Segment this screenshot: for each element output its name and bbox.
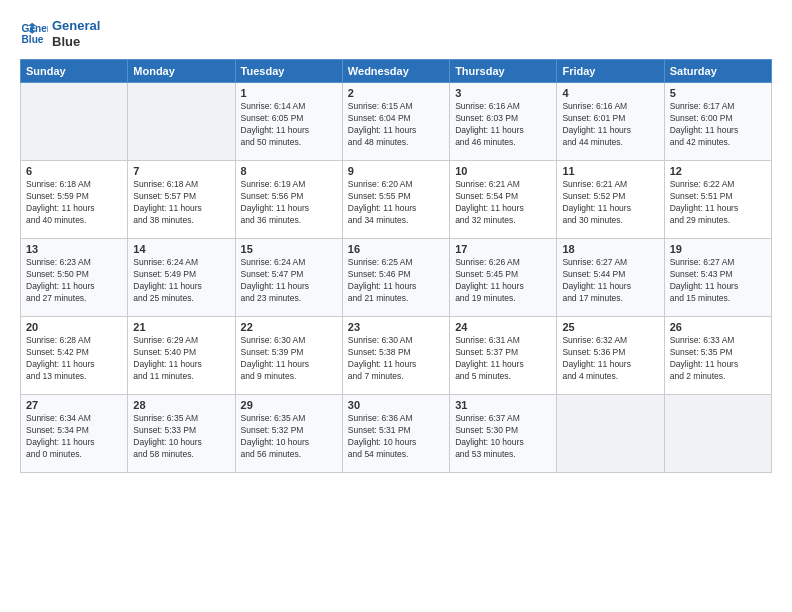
day-info: Sunrise: 6:21 AM Sunset: 5:52 PM Dayligh… <box>562 179 658 227</box>
day-info: Sunrise: 6:25 AM Sunset: 5:46 PM Dayligh… <box>348 257 444 305</box>
day-info: Sunrise: 6:21 AM Sunset: 5:54 PM Dayligh… <box>455 179 551 227</box>
calendar-cell: 23Sunrise: 6:30 AM Sunset: 5:38 PM Dayli… <box>342 317 449 395</box>
calendar-cell: 27Sunrise: 6:34 AM Sunset: 5:34 PM Dayli… <box>21 395 128 473</box>
day-number: 12 <box>670 165 766 177</box>
day-number: 21 <box>133 321 229 333</box>
week-row-3: 13Sunrise: 6:23 AM Sunset: 5:50 PM Dayli… <box>21 239 772 317</box>
calendar-cell: 18Sunrise: 6:27 AM Sunset: 5:44 PM Dayli… <box>557 239 664 317</box>
day-info: Sunrise: 6:30 AM Sunset: 5:39 PM Dayligh… <box>241 335 337 383</box>
day-number: 27 <box>26 399 122 411</box>
day-number: 14 <box>133 243 229 255</box>
calendar-cell: 8Sunrise: 6:19 AM Sunset: 5:56 PM Daylig… <box>235 161 342 239</box>
day-info: Sunrise: 6:37 AM Sunset: 5:30 PM Dayligh… <box>455 413 551 461</box>
calendar-cell: 31Sunrise: 6:37 AM Sunset: 5:30 PM Dayli… <box>450 395 557 473</box>
calendar-cell: 9Sunrise: 6:20 AM Sunset: 5:55 PM Daylig… <box>342 161 449 239</box>
day-number: 28 <box>133 399 229 411</box>
day-info: Sunrise: 6:33 AM Sunset: 5:35 PM Dayligh… <box>670 335 766 383</box>
day-info: Sunrise: 6:16 AM Sunset: 6:03 PM Dayligh… <box>455 101 551 149</box>
day-number: 26 <box>670 321 766 333</box>
calendar-cell: 29Sunrise: 6:35 AM Sunset: 5:32 PM Dayli… <box>235 395 342 473</box>
day-number: 10 <box>455 165 551 177</box>
calendar-cell: 30Sunrise: 6:36 AM Sunset: 5:31 PM Dayli… <box>342 395 449 473</box>
day-number: 30 <box>348 399 444 411</box>
day-info: Sunrise: 6:35 AM Sunset: 5:33 PM Dayligh… <box>133 413 229 461</box>
day-header-friday: Friday <box>557 60 664 83</box>
day-number: 5 <box>670 87 766 99</box>
calendar-cell: 14Sunrise: 6:24 AM Sunset: 5:49 PM Dayli… <box>128 239 235 317</box>
day-number: 16 <box>348 243 444 255</box>
week-row-5: 27Sunrise: 6:34 AM Sunset: 5:34 PM Dayli… <box>21 395 772 473</box>
logo: General Blue General Blue <box>20 18 100 49</box>
day-number: 31 <box>455 399 551 411</box>
day-number: 22 <box>241 321 337 333</box>
calendar-cell: 3Sunrise: 6:16 AM Sunset: 6:03 PM Daylig… <box>450 83 557 161</box>
day-header-tuesday: Tuesday <box>235 60 342 83</box>
day-number: 24 <box>455 321 551 333</box>
calendar-cell: 7Sunrise: 6:18 AM Sunset: 5:57 PM Daylig… <box>128 161 235 239</box>
day-number: 15 <box>241 243 337 255</box>
calendar-cell: 2Sunrise: 6:15 AM Sunset: 6:04 PM Daylig… <box>342 83 449 161</box>
week-row-1: 1Sunrise: 6:14 AM Sunset: 6:05 PM Daylig… <box>21 83 772 161</box>
day-info: Sunrise: 6:26 AM Sunset: 5:45 PM Dayligh… <box>455 257 551 305</box>
day-number: 25 <box>562 321 658 333</box>
calendar-cell: 15Sunrise: 6:24 AM Sunset: 5:47 PM Dayli… <box>235 239 342 317</box>
calendar-cell: 19Sunrise: 6:27 AM Sunset: 5:43 PM Dayli… <box>664 239 771 317</box>
day-header-wednesday: Wednesday <box>342 60 449 83</box>
calendar-cell: 4Sunrise: 6:16 AM Sunset: 6:01 PM Daylig… <box>557 83 664 161</box>
logo-icon: General Blue <box>20 20 48 48</box>
calendar-cell: 20Sunrise: 6:28 AM Sunset: 5:42 PM Dayli… <box>21 317 128 395</box>
day-info: Sunrise: 6:31 AM Sunset: 5:37 PM Dayligh… <box>455 335 551 383</box>
day-number: 20 <box>26 321 122 333</box>
day-info: Sunrise: 6:23 AM Sunset: 5:50 PM Dayligh… <box>26 257 122 305</box>
day-info: Sunrise: 6:24 AM Sunset: 5:49 PM Dayligh… <box>133 257 229 305</box>
calendar-cell: 24Sunrise: 6:31 AM Sunset: 5:37 PM Dayli… <box>450 317 557 395</box>
day-info: Sunrise: 6:32 AM Sunset: 5:36 PM Dayligh… <box>562 335 658 383</box>
day-header-sunday: Sunday <box>21 60 128 83</box>
day-info: Sunrise: 6:16 AM Sunset: 6:01 PM Dayligh… <box>562 101 658 149</box>
calendar-cell <box>128 83 235 161</box>
calendar-cell: 22Sunrise: 6:30 AM Sunset: 5:39 PM Dayli… <box>235 317 342 395</box>
day-info: Sunrise: 6:34 AM Sunset: 5:34 PM Dayligh… <box>26 413 122 461</box>
day-number: 11 <box>562 165 658 177</box>
day-number: 2 <box>348 87 444 99</box>
day-number: 13 <box>26 243 122 255</box>
calendar-cell: 16Sunrise: 6:25 AM Sunset: 5:46 PM Dayli… <box>342 239 449 317</box>
calendar-cell: 26Sunrise: 6:33 AM Sunset: 5:35 PM Dayli… <box>664 317 771 395</box>
day-info: Sunrise: 6:28 AM Sunset: 5:42 PM Dayligh… <box>26 335 122 383</box>
day-number: 23 <box>348 321 444 333</box>
day-info: Sunrise: 6:24 AM Sunset: 5:47 PM Dayligh… <box>241 257 337 305</box>
calendar-cell: 12Sunrise: 6:22 AM Sunset: 5:51 PM Dayli… <box>664 161 771 239</box>
day-number: 29 <box>241 399 337 411</box>
day-info: Sunrise: 6:15 AM Sunset: 6:04 PM Dayligh… <box>348 101 444 149</box>
day-header-monday: Monday <box>128 60 235 83</box>
day-info: Sunrise: 6:18 AM Sunset: 5:59 PM Dayligh… <box>26 179 122 227</box>
day-info: Sunrise: 6:36 AM Sunset: 5:31 PM Dayligh… <box>348 413 444 461</box>
calendar-cell <box>664 395 771 473</box>
calendar-cell: 5Sunrise: 6:17 AM Sunset: 6:00 PM Daylig… <box>664 83 771 161</box>
day-info: Sunrise: 6:19 AM Sunset: 5:56 PM Dayligh… <box>241 179 337 227</box>
calendar-cell: 6Sunrise: 6:18 AM Sunset: 5:59 PM Daylig… <box>21 161 128 239</box>
day-number: 8 <box>241 165 337 177</box>
day-info: Sunrise: 6:14 AM Sunset: 6:05 PM Dayligh… <box>241 101 337 149</box>
calendar-cell: 25Sunrise: 6:32 AM Sunset: 5:36 PM Dayli… <box>557 317 664 395</box>
logo-text: General Blue <box>52 18 100 49</box>
day-number: 1 <box>241 87 337 99</box>
day-number: 9 <box>348 165 444 177</box>
calendar-cell <box>557 395 664 473</box>
calendar-cell: 28Sunrise: 6:35 AM Sunset: 5:33 PM Dayli… <box>128 395 235 473</box>
calendar-cell: 11Sunrise: 6:21 AM Sunset: 5:52 PM Dayli… <box>557 161 664 239</box>
day-number: 3 <box>455 87 551 99</box>
day-number: 7 <box>133 165 229 177</box>
day-number: 19 <box>670 243 766 255</box>
calendar-cell: 17Sunrise: 6:26 AM Sunset: 5:45 PM Dayli… <box>450 239 557 317</box>
day-info: Sunrise: 6:20 AM Sunset: 5:55 PM Dayligh… <box>348 179 444 227</box>
header-row: SundayMondayTuesdayWednesdayThursdayFrid… <box>21 60 772 83</box>
day-info: Sunrise: 6:17 AM Sunset: 6:00 PM Dayligh… <box>670 101 766 149</box>
calendar-cell: 13Sunrise: 6:23 AM Sunset: 5:50 PM Dayli… <box>21 239 128 317</box>
day-number: 17 <box>455 243 551 255</box>
page: General Blue General Blue SundayMondayTu… <box>0 0 792 612</box>
day-info: Sunrise: 6:18 AM Sunset: 5:57 PM Dayligh… <box>133 179 229 227</box>
calendar-cell: 1Sunrise: 6:14 AM Sunset: 6:05 PM Daylig… <box>235 83 342 161</box>
week-row-4: 20Sunrise: 6:28 AM Sunset: 5:42 PM Dayli… <box>21 317 772 395</box>
day-info: Sunrise: 6:29 AM Sunset: 5:40 PM Dayligh… <box>133 335 229 383</box>
